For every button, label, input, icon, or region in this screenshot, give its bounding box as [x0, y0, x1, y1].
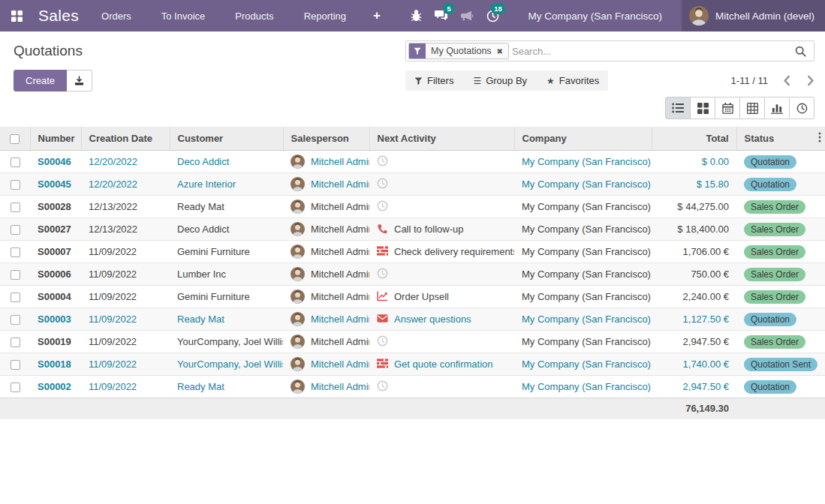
header-number[interactable]: Number	[30, 127, 81, 151]
table-row[interactable]: S0000311/09/2022Ready MatMitchell AdminA…	[0, 308, 825, 331]
list-view-icon[interactable]	[665, 97, 691, 119]
salesperson-link[interactable]: Mitchell Admin	[311, 268, 369, 280]
phone-icon[interactable]	[377, 223, 388, 236]
order-number-link[interactable]: S00046	[38, 156, 71, 167]
kanban-view-icon[interactable]	[690, 97, 715, 119]
customer-link[interactable]: Ready Mat	[177, 314, 224, 325]
row-checkbox[interactable]	[11, 315, 20, 325]
company-link[interactable]: My Company (San Francisco)	[522, 291, 651, 302]
company-switcher[interactable]: My Company (San Francisco)	[505, 0, 682, 32]
table-row[interactable]: S0000611/09/2022Lumber IncMitchell Admin…	[0, 263, 825, 286]
company-link[interactable]: My Company (San Francisco)	[522, 268, 651, 280]
pager-previous-icon[interactable]	[783, 75, 790, 86]
activities-clock-icon[interactable]: 18	[480, 0, 505, 32]
order-number-link[interactable]: S00028	[38, 201, 71, 212]
table-row[interactable]: S0002812/13/2022Ready MatMitchell AdminM…	[0, 196, 825, 218]
header-creation-date[interactable]: Creation Date	[81, 127, 170, 151]
order-number-link[interactable]: S00006	[38, 268, 71, 280]
table-row[interactable]: S0001811/09/2022YourCompany, Joel Willis…	[0, 353, 825, 376]
user-menu[interactable]: Mitchell Admin (devel)	[682, 0, 825, 32]
company-link[interactable]: My Company (San Francisco)	[522, 381, 651, 392]
customer-link[interactable]: Ready Mat	[177, 201, 224, 212]
envelope-icon[interactable]	[377, 313, 388, 326]
activity-label[interactable]: Check delivery requirements	[394, 246, 514, 257]
row-checkbox[interactable]	[11, 202, 20, 212]
row-checkbox[interactable]	[11, 248, 20, 257]
company-link[interactable]: My Company (San Francisco)	[522, 156, 651, 167]
company-link[interactable]: My Company (San Francisco)	[522, 201, 651, 212]
clock-icon[interactable]	[377, 200, 388, 214]
activity-view-icon[interactable]	[789, 97, 814, 119]
table-row[interactable]: S0000711/09/2022Gemini FurnitureMitchell…	[0, 241, 825, 263]
activity-label[interactable]: Get quote confirmation	[394, 358, 493, 370]
messages-icon[interactable]: 5	[429, 0, 454, 32]
search-input[interactable]	[512, 46, 787, 57]
plus-menu-icon[interactable]: +	[361, 8, 393, 23]
header-salesperson[interactable]: Salesperson	[283, 127, 369, 151]
nav-item-to-invoice[interactable]: To Invoice	[146, 0, 221, 32]
pager-next-icon[interactable]	[807, 75, 814, 86]
row-checkbox[interactable]	[11, 360, 20, 370]
table-row[interactable]: S0004512/20/2022Azure InteriorMitchell A…	[0, 173, 825, 196]
graph-view-icon[interactable]	[764, 97, 790, 119]
group-by-button[interactable]: ☰ Group By	[473, 75, 527, 86]
table-row[interactable]: S0000411/09/2022Gemini FurnitureMitchell…	[0, 286, 825, 308]
activity-label[interactable]: Answer questions	[394, 314, 471, 325]
order-number-link[interactable]: S00045	[38, 178, 71, 190]
nav-item-reporting[interactable]: Reporting	[289, 0, 361, 32]
row-checkbox[interactable]	[11, 180, 20, 190]
optional-columns-icon[interactable]	[818, 132, 821, 145]
company-link[interactable]: My Company (San Francisco)	[522, 314, 651, 325]
pivot-view-icon[interactable]	[739, 97, 765, 119]
activity-label[interactable]: Call to follow-up	[394, 224, 464, 235]
salesperson-link[interactable]: Mitchell Admin	[311, 314, 369, 325]
clock-icon[interactable]	[377, 335, 388, 349]
clock-icon[interactable]	[377, 380, 388, 394]
clock-icon[interactable]	[377, 268, 388, 281]
salesperson-link[interactable]: Mitchell Admin	[311, 336, 369, 347]
customer-link[interactable]: YourCompany, Joel Willis	[177, 358, 283, 370]
salesperson-link[interactable]: Mitchell Admin	[311, 156, 369, 167]
company-link[interactable]: My Company (San Francisco)	[522, 178, 651, 190]
facet-remove-icon[interactable]: ✖	[497, 47, 503, 56]
order-number-link[interactable]: S00019	[38, 336, 71, 347]
filters-button[interactable]: Filters	[414, 75, 453, 86]
order-number-link[interactable]: S00002	[38, 381, 71, 392]
row-checkbox[interactable]	[11, 158, 20, 167]
order-number-link[interactable]: S00003	[38, 314, 71, 325]
calendar-view-icon[interactable]	[715, 97, 740, 119]
table-row[interactable]: S0002712/13/2022Deco AddictMitchell Admi…	[0, 218, 825, 241]
search-icon[interactable]	[787, 46, 814, 57]
announcement-megaphone-icon[interactable]	[454, 0, 480, 32]
table-row[interactable]: S0000211/09/2022Ready MatMitchell AdminM…	[0, 376, 825, 398]
header-next-activity[interactable]: Next Activity	[369, 127, 514, 151]
customer-link[interactable]: Gemini Furniture	[177, 291, 250, 302]
tasks-icon[interactable]	[377, 245, 388, 259]
salesperson-link[interactable]: Mitchell Admin	[311, 358, 369, 370]
order-number-link[interactable]: S00027	[38, 224, 71, 235]
company-link[interactable]: My Company (San Francisco)	[522, 224, 651, 235]
salesperson-link[interactable]: Mitchell Admin	[311, 291, 369, 302]
app-name[interactable]: Sales	[38, 7, 79, 25]
debug-bug-icon[interactable]	[403, 0, 429, 32]
apps-menu-icon[interactable]	[0, 10, 34, 22]
customer-link[interactable]: Gemini Furniture	[177, 246, 250, 257]
nav-item-orders[interactable]: Orders	[86, 0, 146, 32]
row-checkbox[interactable]	[11, 292, 20, 302]
salesperson-link[interactable]: Mitchell Admin	[311, 178, 369, 190]
select-all-checkbox[interactable]	[10, 134, 20, 144]
customer-link[interactable]: Deco Addict	[177, 156, 229, 167]
customer-link[interactable]: Azure Interior	[177, 178, 236, 190]
salesperson-link[interactable]: Mitchell Admin	[311, 381, 369, 392]
row-checkbox[interactable]	[11, 382, 20, 392]
header-total[interactable]: Total	[652, 127, 736, 151]
tasks-icon[interactable]	[377, 358, 388, 371]
nav-item-products[interactable]: Products	[220, 0, 288, 32]
table-row[interactable]: S0001911/09/2022YourCompany, Joel Willis…	[0, 331, 825, 353]
order-number-link[interactable]: S00007	[38, 246, 71, 257]
header-company[interactable]: Company	[514, 127, 652, 151]
clock-icon[interactable]	[377, 155, 388, 169]
company-link[interactable]: My Company (San Francisco)	[522, 246, 651, 257]
clock-icon[interactable]	[377, 178, 388, 191]
search-facet-my-quotations[interactable]: My Quotations ✖	[408, 43, 509, 59]
